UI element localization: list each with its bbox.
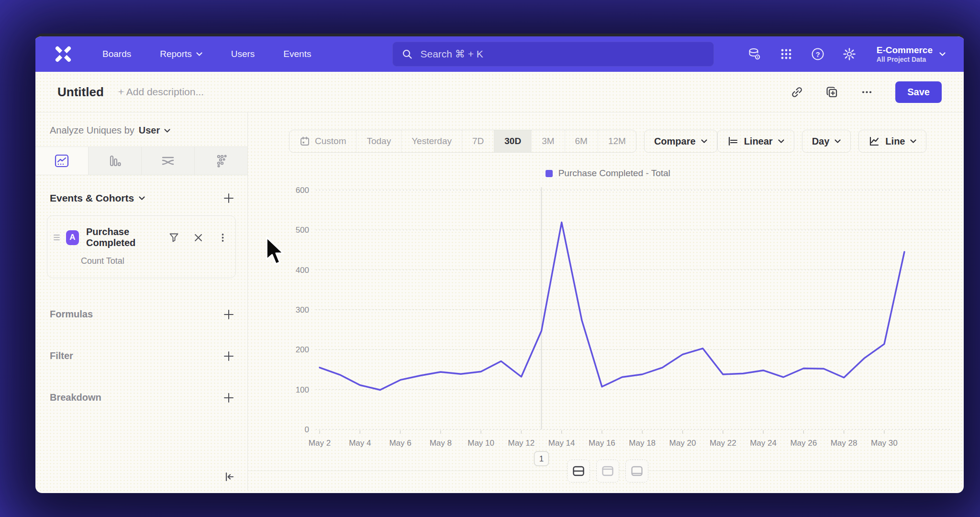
range-label: Today: [367, 136, 391, 146]
tab-flow-chart[interactable]: [141, 147, 194, 175]
filter-funnel-icon[interactable]: [169, 233, 179, 243]
layout-split-horizontal-button[interactable]: [567, 460, 590, 483]
nav-item-reports[interactable]: Reports: [160, 49, 202, 59]
range-yesterday[interactable]: Yesterday: [401, 130, 462, 152]
legend-swatch: [546, 170, 553, 177]
svg-text:1: 1: [539, 454, 544, 463]
add-breakdown-button[interactable]: [223, 393, 234, 403]
layout-header-top-button[interactable]: [596, 460, 619, 483]
chevron-down-icon: [910, 139, 916, 143]
help-icon[interactable]: ?: [811, 47, 825, 61]
chart-type-dropdown[interactable]: Line: [858, 130, 926, 153]
settings-gear-icon[interactable]: [842, 47, 857, 61]
section-label: Breakdown: [50, 392, 101, 403]
tab-scatter-chart[interactable]: [194, 147, 247, 175]
chevron-down-icon: [835, 139, 841, 143]
line-type-icon: [869, 135, 880, 147]
chart-panel: CustomTodayYesterday7D30D3M6M12M Compare…: [248, 112, 964, 490]
section-formulas: Formulas: [35, 309, 247, 320]
top-bar-icon: [601, 464, 614, 478]
section-label: Filter: [50, 350, 73, 361]
nav-item-boards[interactable]: Boards: [102, 49, 131, 59]
svg-text:500: 500: [296, 225, 309, 235]
line-chart[interactable]: 0100200300400500600May 2May 4May 6May 8M…: [248, 180, 964, 475]
project-switcher[interactable]: E-Commerce All Project Data: [877, 45, 946, 64]
add-formula-button[interactable]: [223, 309, 234, 320]
range-3m[interactable]: 3M: [531, 130, 564, 152]
interval-dropdown[interactable]: Day: [802, 130, 851, 153]
range-label: 6M: [575, 136, 588, 146]
nav-links: Boards Reports Users Events: [102, 49, 311, 59]
section-label: Formulas: [50, 309, 93, 320]
range-custom[interactable]: Custom: [290, 130, 356, 152]
project-scope: All Project Data: [877, 56, 933, 64]
data-management-icon[interactable]: [747, 47, 762, 61]
add-description[interactable]: + Add description...: [118, 86, 204, 98]
nav-item-label: Events: [283, 49, 311, 59]
apps-grid-icon[interactable]: [779, 47, 793, 61]
compare-button[interactable]: Compare: [644, 130, 717, 153]
svg-text:300: 300: [296, 305, 309, 315]
event-aggregation[interactable]: Count Total: [81, 256, 228, 266]
remove-event-icon[interactable]: [193, 233, 203, 243]
range-30d[interactable]: 30D: [494, 130, 531, 152]
chart-type-label: Line: [885, 136, 905, 147]
chart-footer-divider: [248, 471, 964, 471]
duplicate-icon[interactable]: [825, 86, 838, 99]
nav-item-users[interactable]: Users: [231, 49, 255, 59]
save-button[interactable]: Save: [895, 81, 942, 103]
chevron-down-icon: [139, 196, 145, 200]
report-titlebar: Untitled + Add description... Save: [35, 72, 964, 112]
collapse-sidebar-icon[interactable]: [223, 471, 235, 483]
svg-text:May 8: May 8: [430, 438, 452, 448]
tab-bar-chart[interactable]: [88, 147, 141, 175]
search-icon: [402, 49, 412, 59]
scale-label: Linear: [744, 136, 773, 147]
search-placeholder: Search ⌘ + K: [420, 48, 483, 60]
copy-link-icon[interactable]: [791, 86, 803, 99]
chart-legend[interactable]: Purchase Completed - Total: [248, 168, 964, 179]
range-6m[interactable]: 6M: [565, 130, 598, 152]
events-cohorts-title[interactable]: Events & Cohorts: [50, 192, 145, 204]
range-7d[interactable]: 7D: [462, 130, 494, 152]
more-options-icon[interactable]: [860, 86, 873, 99]
svg-text:May 22: May 22: [710, 438, 736, 448]
svg-text:May 6: May 6: [389, 438, 411, 448]
svg-text:May 24: May 24: [750, 438, 777, 448]
interval-label: Day: [812, 136, 830, 147]
flow-sankey-icon: [160, 153, 176, 169]
range-label: Yesterday: [412, 136, 452, 146]
nav-item-events[interactable]: Events: [283, 49, 311, 59]
chart-controls: CustomTodayYesterday7D30D3M6M12M Compare…: [248, 130, 964, 153]
project-name: E-Commerce: [877, 45, 933, 56]
visualization-tabs: [35, 146, 247, 175]
event-name[interactable]: Purchase Completed: [86, 226, 169, 248]
tab-line-chart[interactable]: [35, 147, 88, 175]
svg-text:May 14: May 14: [548, 438, 575, 448]
svg-text:200: 200: [296, 345, 309, 354]
analyze-entity-select[interactable]: User: [139, 125, 160, 136]
drag-handle-icon[interactable]: [53, 234, 60, 241]
legend-label: Purchase Completed - Total: [558, 168, 670, 179]
chevron-down-icon: [196, 52, 202, 56]
layout-footer-bottom-button[interactable]: [625, 460, 648, 483]
top-nav: Boards Reports Users Events Search ⌘ + K: [35, 36, 964, 72]
event-more-options-icon[interactable]: [218, 233, 228, 243]
scale-dropdown[interactable]: Linear: [717, 130, 794, 153]
svg-text:May 30: May 30: [871, 438, 898, 448]
nav-item-label: Boards: [102, 49, 131, 59]
add-event-button[interactable]: [223, 193, 234, 203]
svg-text:May 12: May 12: [508, 438, 535, 448]
mixpanel-logo-icon[interactable]: [54, 45, 73, 64]
range-today[interactable]: Today: [356, 130, 401, 152]
svg-text:100: 100: [296, 385, 309, 394]
range-12m[interactable]: 12M: [598, 130, 636, 152]
event-card[interactable]: A Purchase Completed Count T: [47, 215, 236, 278]
range-label: Custom: [315, 136, 346, 146]
search-input[interactable]: Search ⌘ + K: [392, 42, 714, 67]
range-label: 3M: [542, 136, 554, 146]
add-filter-button[interactable]: [223, 351, 234, 361]
nav-right-icons: ? E-Commerce All Project Data: [747, 45, 946, 64]
event-badge: A: [66, 230, 79, 245]
report-title[interactable]: Untitled: [57, 85, 104, 100]
